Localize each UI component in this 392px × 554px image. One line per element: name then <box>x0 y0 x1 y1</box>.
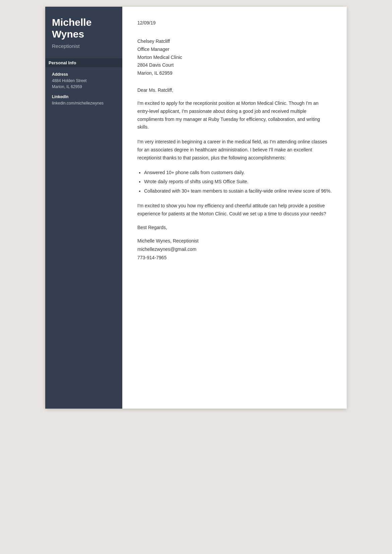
letter-date: 12/09/19 <box>137 20 332 25</box>
signature-phone: 773-914-7965 <box>137 254 332 262</box>
personal-info-header: Personal Info <box>45 58 122 67</box>
address-line2: Marion, IL 62959 <box>52 84 82 89</box>
linkedin-value: linkedin.com/michellezwynes <box>52 100 116 106</box>
recipient-address: 2804 Davis Court <box>137 61 332 69</box>
main-content: 12/09/19 Chelsey Ratcliff Office Manager… <box>122 7 347 409</box>
recipient-title: Office Manager <box>137 46 332 54</box>
recipient-name: Chelsey Ratcliff <box>137 38 332 46</box>
paragraph-2: I'm very interested in beginning a caree… <box>137 138 332 162</box>
signature-email: michellezwynes@gmail.com <box>137 245 332 254</box>
address-value: 4884 Holden Street Marion, IL 62959 <box>52 78 116 90</box>
bullet-item-2: Wrote daily reports of shifts using MS O… <box>144 178 332 186</box>
recipient-city-state-zip: Marion, IL 62959 <box>137 69 332 77</box>
bullet-item-3: Collaborated with 30+ team members to su… <box>144 187 332 195</box>
accomplishments-list: Answered 10+ phone calls from customers … <box>144 169 332 195</box>
sidebar: Michelle Wynes Receptionist Personal Inf… <box>45 7 122 409</box>
recipient-block: Chelsey Ratcliff Office Manager Morton M… <box>137 38 332 77</box>
address-label: Address <box>52 72 116 77</box>
paragraph-3: I'm excited to show you how my efficienc… <box>137 202 332 218</box>
signature-name: Michelle Wynes, Receptionist <box>137 237 332 245</box>
applicant-name: Michelle Wynes <box>52 17 116 40</box>
paragraph-1: I'm excited to apply for the receptionis… <box>137 99 332 131</box>
linkedin-label: LinkedIn <box>52 94 116 99</box>
applicant-title: Receptionist <box>52 43 116 49</box>
recipient-company: Morton Medical Clinic <box>137 54 332 62</box>
bullet-item-1: Answered 10+ phone calls from customers … <box>144 169 332 177</box>
signature-block: Michelle Wynes, Receptionist michellezwy… <box>137 237 332 262</box>
closing: Best Regards, <box>137 225 332 230</box>
address-line1: 4884 Holden Street <box>52 78 86 83</box>
document: Michelle Wynes Receptionist Personal Inf… <box>45 7 347 409</box>
salutation: Dear Ms. Ratcliff, <box>137 87 332 93</box>
